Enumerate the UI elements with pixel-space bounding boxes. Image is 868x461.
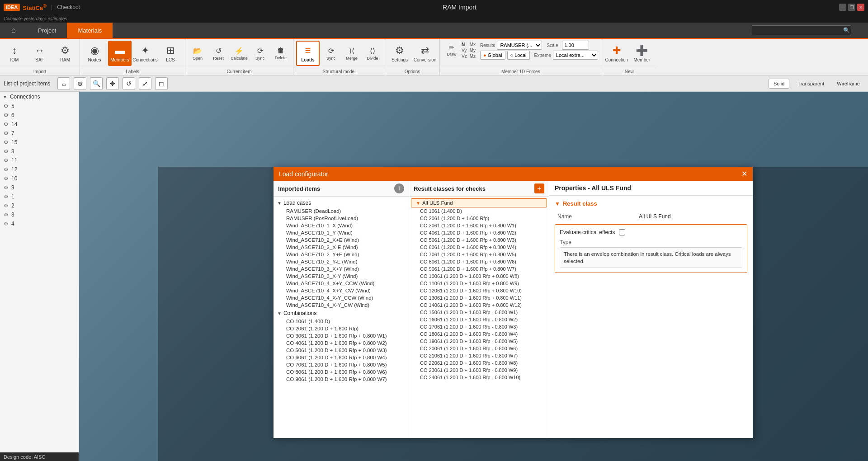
- co-item-4[interactable]: CO 5061 (1.200 D + 1.600 Rfp + 0.800 W3): [409, 236, 549, 244]
- sidebar-item-1[interactable]: ⚙ 1: [0, 192, 79, 201]
- sidebar-item-5[interactable]: ⚙ 5: [0, 102, 79, 111]
- co-item-22[interactable]: CO 23061 (1.200 D + 1.600 Rfp - 0.800 W9…: [409, 367, 549, 374]
- reset-button[interactable]: ↺ Reset: [209, 42, 228, 65]
- extreme-select[interactable]: Local extre...: [553, 51, 598, 60]
- sidebar-item-15[interactable]: ⚙ 15: [0, 138, 79, 147]
- sidebar-item-11[interactable]: ⚙ 11: [0, 156, 79, 165]
- home-tab[interactable]: ⌂: [0, 23, 27, 38]
- sidebar-item-3[interactable]: ⚙ 3: [0, 210, 79, 219]
- combination-item-5[interactable]: CO 6061 (1.200 D + 1.600 Rfp + 0.800 W4): [274, 354, 409, 361]
- co-item-16[interactable]: CO 17061 (1.200 D + 1.600 Rfp - 0.800 W3…: [409, 323, 549, 330]
- co-item-14[interactable]: CO 15061 (1.200 D + 1.600 Rfp - 0.800 W1…: [409, 309, 549, 316]
- new-connection-button[interactable]: ✚ Connection: [605, 41, 628, 66]
- co-item-5[interactable]: CO 6061 (1.200 D + 1.600 Rfp + 0.800 W4): [409, 244, 549, 251]
- load-case-item-13[interactable]: Wind_ASCE710_4_X-Y_CW (Wind): [274, 301, 409, 309]
- close-button[interactable]: ✕: [857, 4, 864, 11]
- load-case-item-3[interactable]: Wind_ASCE710_1_Y (Wind): [274, 229, 409, 236]
- load-case-item-0[interactable]: RAMUSER (DeadLoad): [274, 207, 409, 215]
- local-button[interactable]: ○ Local: [507, 51, 530, 60]
- refresh-button[interactable]: ↺: [123, 77, 135, 90]
- co-item-15[interactable]: CO 16061 (1.200 D + 1.600 Rfp - 0.800 W2…: [409, 316, 549, 323]
- load-case-item-6[interactable]: Wind_ASCE710_2_Y+E (Wind): [274, 251, 409, 258]
- combination-item-4[interactable]: CO 5061 (1.200 D + 1.600 Rfp + 0.800 W3): [274, 347, 409, 354]
- combination-item-7[interactable]: CO 8061 (1.200 D + 1.600 Rfp + 0.800 W6): [274, 368, 409, 376]
- co-item-9[interactable]: CO 10061 (1.200 D + 1.600 Rfp + 0.800 W8…: [409, 273, 549, 280]
- saf-button[interactable]: ↔ SAF: [28, 41, 52, 66]
- sidebar-item-7[interactable]: ⚙ 7: [0, 129, 79, 138]
- sidebar-item-9[interactable]: ⚙ 9: [0, 183, 79, 192]
- sidebar-item-8[interactable]: ⚙ 8: [0, 147, 79, 156]
- combination-item-0[interactable]: CO 1061 (1.400 D): [274, 318, 409, 325]
- home-nav-button[interactable]: ⌂: [57, 77, 70, 90]
- global-button[interactable]: ● Global: [480, 51, 505, 60]
- load-case-item-12[interactable]: Wind_ASCE710_4_X-Y_CCW (Wind): [274, 294, 409, 301]
- sidebar-item-10[interactable]: ⚙ 10: [0, 174, 79, 183]
- co-item-18[interactable]: CO 19061 (1.200 D + 1.600 Rfp - 0.800 W5…: [409, 338, 549, 345]
- co-item-10[interactable]: CO 11061 (1.200 D + 1.600 Rfp + 0.800 W9…: [409, 280, 549, 287]
- sync2-button[interactable]: ⟳ Sync: [321, 42, 340, 65]
- settings-button[interactable]: ⚙ Settings: [388, 41, 411, 66]
- sidebar-item-12[interactable]: ⚙ 12: [0, 165, 79, 174]
- sidebar-item-14[interactable]: ⚙ 14: [0, 120, 79, 129]
- delete-button[interactable]: 🗑 Delete: [271, 42, 290, 65]
- co-item-19[interactable]: CO 20061 (1.200 D + 1.600 Rfp - 0.800 W6…: [409, 345, 549, 352]
- zoom-button[interactable]: ⊕: [74, 77, 86, 90]
- connections-button[interactable]: ✦ Connections: [133, 41, 157, 66]
- evaluate-checkbox[interactable]: [619, 229, 625, 235]
- sidebar-item-4[interactable]: ⚙ 4: [0, 219, 79, 228]
- load-case-item-8[interactable]: Wind_ASCE710_3_X+Y (Wind): [274, 265, 409, 273]
- combination-item-3[interactable]: CO 4061 (1.200 D + 1.600 Rfp + 0.800 W2): [274, 339, 409, 347]
- load-case-item-2[interactable]: Wind_ASCE710_1_X (Wind): [274, 222, 409, 229]
- co-item-21[interactable]: CO 22061 (1.200 D + 1.600 Rfp - 0.800 W8…: [409, 359, 549, 367]
- minimize-button[interactable]: —: [839, 4, 846, 11]
- co-item-6[interactable]: CO 7061 (1.200 D + 1.600 Rfp + 0.800 W5): [409, 251, 549, 258]
- new-member-button[interactable]: ➕ Member: [630, 41, 654, 66]
- co-item-23[interactable]: CO 24061 (1.200 D + 1.600 Rfp - 0.800 W1…: [409, 374, 549, 381]
- load-case-item-1[interactable]: RAMUSER (PosRoofLiveLoad): [274, 215, 409, 222]
- co-item-1[interactable]: CO 2061 (1.200 D + 1.600 Rfp): [409, 215, 549, 222]
- nodes-button[interactable]: ◉ Nodes: [83, 41, 106, 66]
- imported-items-info-button[interactable]: i: [394, 183, 404, 193]
- tab-materials[interactable]: Materials: [67, 23, 113, 38]
- combination-item-6[interactable]: CO 7061 (1.200 D + 1.600 Rfp + 0.800 W5): [274, 361, 409, 368]
- combination-item-8[interactable]: CO 9061 (1.200 D + 1.600 Rfp + 0.800 W7): [274, 376, 409, 383]
- tab-project[interactable]: Project: [27, 23, 67, 38]
- all-uls-fund-item[interactable]: ▼ All ULS Fund: [411, 198, 547, 207]
- co-item-12[interactable]: CO 13061 (1.200 D + 1.600 Rfp + 0.800 W1…: [409, 294, 549, 301]
- divide-button[interactable]: ⟨⟩ Divide: [363, 42, 382, 65]
- iom-button[interactable]: ↕ IOM: [3, 41, 26, 66]
- select-button[interactable]: ◻: [155, 77, 168, 90]
- load-case-item-9[interactable]: Wind_ASCE710_3_X-Y (Wind): [274, 273, 409, 280]
- load-case-item-11[interactable]: Wind_ASCE710_4_X+Y_CW (Wind): [274, 287, 409, 294]
- sidebar-item-6[interactable]: ⚙ 6: [0, 111, 79, 120]
- combinations-header[interactable]: ▼ Combinations: [274, 309, 409, 318]
- conversion-button[interactable]: ⇄ Conversion: [413, 41, 437, 66]
- modal-close-button[interactable]: ✕: [741, 169, 747, 178]
- load-case-item-4[interactable]: Wind_ASCE710_2_X+E (Wind): [274, 236, 409, 244]
- sidebar-connections-header[interactable]: ▼ Connections: [0, 92, 79, 102]
- co-item-17[interactable]: CO 18061 (1.200 D + 1.600 Rfp - 0.800 W4…: [409, 330, 549, 338]
- result-class-add-button[interactable]: +: [534, 183, 544, 193]
- calculate-button[interactable]: ⚡ Calculate: [230, 42, 249, 65]
- co-item-20[interactable]: CO 21061 (1.200 D + 1.600 Rfp - 0.800 W7…: [409, 352, 549, 359]
- load-case-item-10[interactable]: Wind_ASCE710_4_X+Y_CCW (Wind): [274, 280, 409, 287]
- open-button[interactable]: 📂 Open: [188, 42, 207, 65]
- move-button[interactable]: ✥: [106, 77, 119, 90]
- co-item-8[interactable]: CO 9061 (1.200 D + 1.600 Rfp + 0.800 W7): [409, 265, 549, 273]
- combination-item-1[interactable]: CO 2061 (1.200 D + 1.600 Rfp): [274, 325, 409, 332]
- sidebar-item-2[interactable]: ⚙ 2: [0, 201, 79, 210]
- lcs-button[interactable]: ⊞ LCS: [159, 41, 182, 66]
- scale-input[interactable]: [562, 41, 589, 50]
- load-case-item-7[interactable]: Wind_ASCE710_2_Y-E (Wind): [274, 258, 409, 265]
- global-search-input[interactable]: [752, 25, 851, 35]
- combination-item-2[interactable]: CO 3061 (1.200 D + 1.600 Rfp + 0.800 W1): [274, 332, 409, 339]
- view-transparent-button[interactable]: Transparent: [793, 79, 829, 88]
- co-item-2[interactable]: CO 3061 (1.200 D + 1.600 Rfp + 0.800 W1): [409, 222, 549, 229]
- ram-button[interactable]: ⚙ RAM: [53, 41, 77, 66]
- view-wireframe-button[interactable]: Wireframe: [832, 79, 864, 88]
- expand-button[interactable]: ⤢: [139, 77, 151, 90]
- co-item-0[interactable]: CO 1061 (1.400 D): [409, 207, 549, 215]
- maximize-button[interactable]: ❐: [848, 4, 855, 11]
- results-select[interactable]: RAMUSER (...: [497, 41, 542, 50]
- co-item-3[interactable]: CO 4061 (1.200 D + 1.600 Rfp + 0.800 W2): [409, 229, 549, 236]
